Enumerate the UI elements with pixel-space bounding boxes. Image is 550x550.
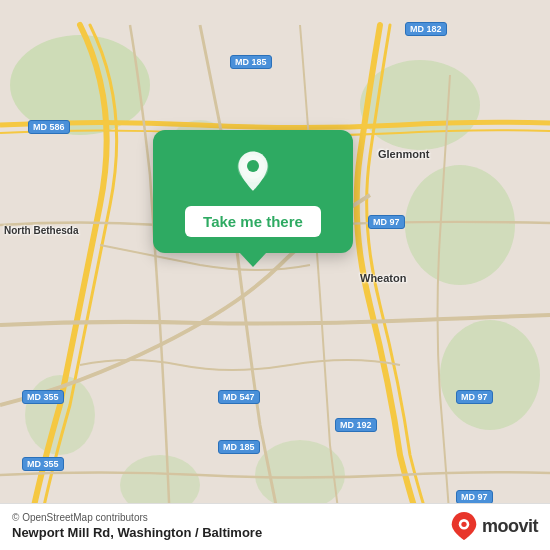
road-badge-md97-btm: MD 97 bbox=[456, 490, 493, 504]
popup-card: Take me there bbox=[153, 130, 353, 253]
road-badge-md355-bot: MD 355 bbox=[22, 457, 64, 471]
road-badge-md97-mid: MD 97 bbox=[368, 215, 405, 229]
moovit-logo: moovit bbox=[450, 512, 538, 540]
svg-point-3 bbox=[405, 165, 515, 285]
svg-point-13 bbox=[461, 522, 466, 527]
attribution-text: © OpenStreetMap contributors bbox=[12, 512, 262, 523]
location-pin-icon bbox=[229, 148, 277, 196]
road-badge-md182: MD 182 bbox=[405, 22, 447, 36]
moovit-marker-icon bbox=[450, 512, 478, 540]
moovit-brand-text: moovit bbox=[482, 516, 538, 537]
road-badge-md185-top: MD 185 bbox=[230, 55, 272, 69]
place-label-wheaton: Wheaton bbox=[360, 272, 406, 284]
location-title: Newport Mill Rd, Washington / Baltimore bbox=[12, 525, 262, 540]
bottom-left-info: © OpenStreetMap contributors Newport Mil… bbox=[12, 512, 262, 540]
road-badge-md185-bot: MD 185 bbox=[218, 440, 260, 454]
bottom-bar: © OpenStreetMap contributors Newport Mil… bbox=[0, 503, 550, 550]
svg-point-11 bbox=[247, 160, 259, 172]
place-label-north-bethesda: North Bethesda bbox=[4, 225, 78, 236]
road-badge-md547: MD 547 bbox=[218, 390, 260, 404]
road-badge-md586: MD 586 bbox=[28, 120, 70, 134]
take-me-there-button[interactable]: Take me there bbox=[185, 206, 321, 237]
svg-point-4 bbox=[440, 320, 540, 430]
place-label-glenmont: Glenmont bbox=[378, 148, 429, 160]
road-badge-md97-bot: MD 97 bbox=[456, 390, 493, 404]
map-container: MD 586 MD 185 MD 182 MD 97 MD 355 MD 547… bbox=[0, 0, 550, 550]
road-badge-md192: MD 192 bbox=[335, 418, 377, 432]
map-background bbox=[0, 0, 550, 550]
road-badge-md355: MD 355 bbox=[22, 390, 64, 404]
